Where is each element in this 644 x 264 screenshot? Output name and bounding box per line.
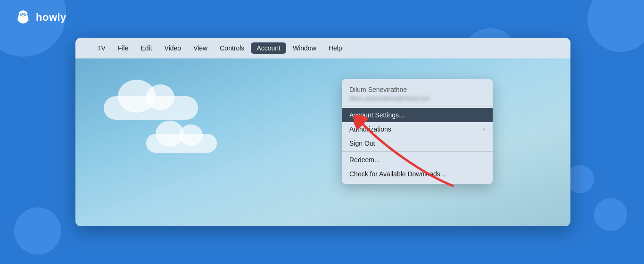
menu-item-apple[interactable] bbox=[81, 46, 91, 50]
authorizations-label: Authorizations bbox=[349, 125, 391, 133]
menu-item-video[interactable]: Video bbox=[159, 42, 187, 54]
menu-item-controls[interactable]: Controls bbox=[214, 42, 250, 54]
menu-item-account[interactable]: Account bbox=[251, 42, 286, 54]
mac-window: TV File Edit Video View Controls Account… bbox=[75, 38, 570, 226]
menu-item-help[interactable]: Help bbox=[323, 42, 348, 54]
bg-decoration-5 bbox=[14, 207, 61, 255]
authorizations-item[interactable]: Authorizations › bbox=[342, 122, 493, 136]
menu-bar: TV File Edit Video View Controls Account… bbox=[75, 38, 570, 58]
menu-item-window[interactable]: Window bbox=[287, 42, 322, 54]
user-email: dilum.senevirathne@icloud.com bbox=[342, 94, 493, 106]
chevron-right-icon: › bbox=[483, 126, 485, 132]
account-dropdown: Dilum Senevirathne dilum.senevirathne@ic… bbox=[342, 79, 493, 184]
svg-rect-9 bbox=[17, 16, 29, 23]
bg-decoration-4 bbox=[594, 198, 627, 231]
divider-1 bbox=[342, 107, 493, 107]
cloud-2 bbox=[146, 134, 217, 153]
menu-item-file[interactable]: File bbox=[112, 42, 134, 54]
menu-item-view[interactable]: View bbox=[188, 42, 213, 54]
divider-2 bbox=[342, 151, 493, 152]
account-settings-item[interactable]: Account Settings... bbox=[342, 108, 493, 122]
window-content: Dilum Senevirathne dilum.senevirathne@ic… bbox=[75, 58, 570, 226]
check-downloads-item[interactable]: Check for Available Downloads... bbox=[342, 167, 493, 181]
menu-item-edit[interactable]: Edit bbox=[135, 42, 157, 54]
sign-out-item[interactable]: Sign Out bbox=[342, 136, 493, 150]
cloud-1 bbox=[104, 96, 198, 120]
howly-logo: howly bbox=[14, 8, 66, 26]
howly-owl-icon bbox=[14, 8, 32, 26]
redeem-item[interactable]: Redeem... bbox=[342, 153, 493, 167]
bg-decoration-7 bbox=[587, 0, 644, 52]
user-name: Dilum Senevirathne bbox=[342, 82, 493, 94]
brand-name: howly bbox=[36, 11, 66, 24]
menu-item-tv[interactable]: TV bbox=[91, 42, 111, 54]
